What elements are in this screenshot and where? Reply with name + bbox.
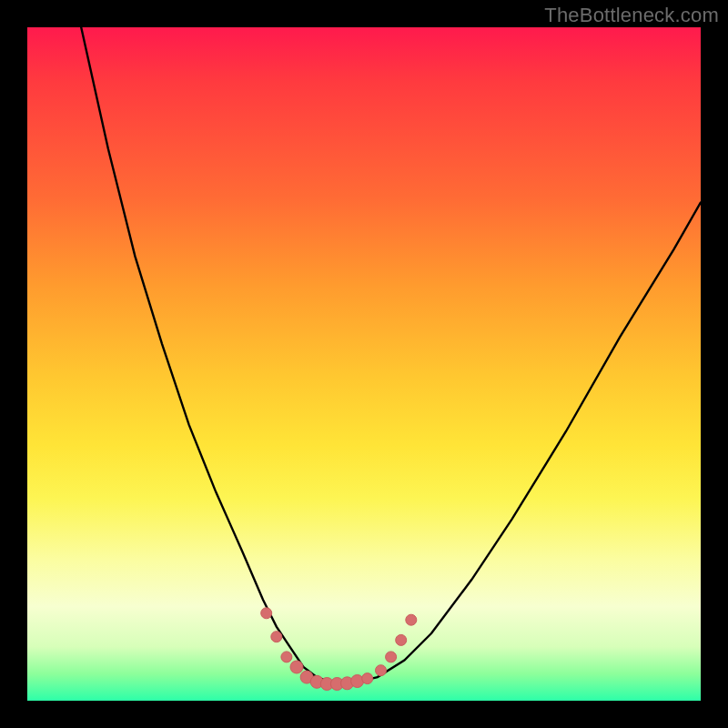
curve-marker xyxy=(386,652,397,662)
chart-frame: TheBottleneck.com xyxy=(0,0,728,728)
watermark: TheBottleneck.com xyxy=(544,4,719,27)
curve-marker xyxy=(271,632,282,642)
curve-marker xyxy=(290,661,303,673)
curve-marker xyxy=(351,675,364,688)
curve-marker xyxy=(396,634,407,645)
plot-area xyxy=(27,27,701,701)
curve-marker xyxy=(362,673,373,684)
curve-marker xyxy=(261,608,272,619)
chart-svg xyxy=(27,27,701,701)
bottleneck-curve xyxy=(81,27,701,684)
curve-markers xyxy=(261,608,417,691)
curve-marker xyxy=(406,614,417,625)
curve-marker xyxy=(376,665,387,676)
curve-marker xyxy=(281,652,292,662)
